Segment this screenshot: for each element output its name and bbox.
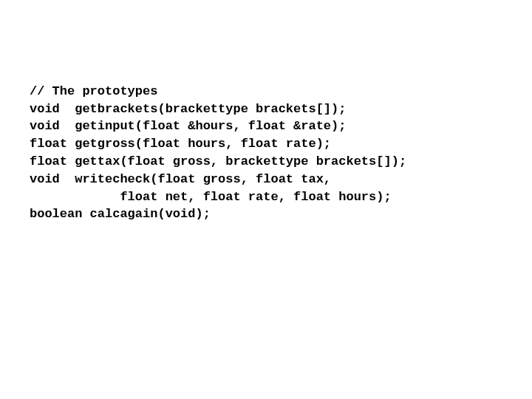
code-line: void writecheck(float gross, float tax, [30, 172, 331, 186]
code-line: // The prototypes [30, 84, 157, 98]
code-line: float getgross(float hours, float rate); [30, 137, 331, 151]
code-line: void getbrackets(brackettype brackets[])… [30, 102, 346, 116]
code-line: float net, float rate, float hours); [30, 190, 392, 204]
code-line: float gettax(float gross, brackettype br… [30, 154, 406, 168]
code-line: void getinput(float &hours, float &rate)… [30, 119, 346, 133]
code-block: // The prototypes void getbrackets(brack… [0, 0, 532, 223]
code-line: boolean calcagain(void); [30, 207, 211, 221]
